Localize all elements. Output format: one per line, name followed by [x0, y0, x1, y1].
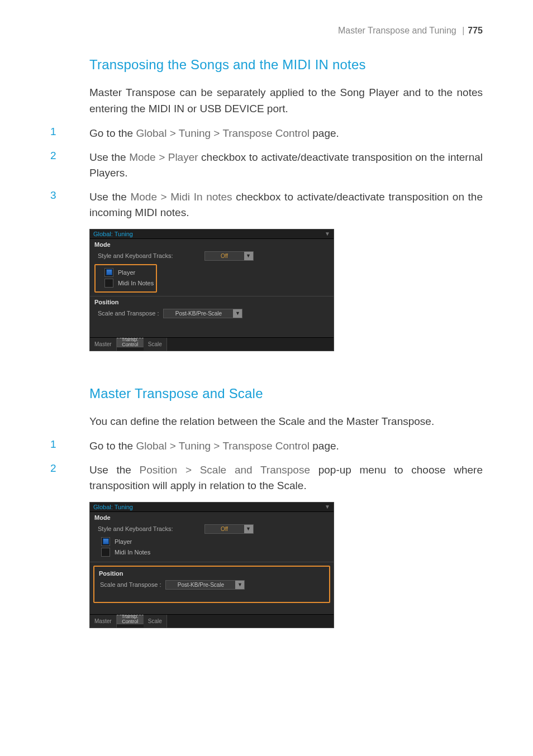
- mode-panel: Mode Style and Keyboard Tracks: Off ▼ Pl…: [90, 239, 334, 296]
- midi-checkbox-label: Midi In Notes: [118, 280, 154, 286]
- step-text: Use the Position > Scale and Transpose p…: [89, 462, 483, 494]
- mode-heading: Mode: [94, 514, 329, 521]
- position-highlight-box: Position Scale and Transpose : Post-KB/P…: [93, 566, 330, 603]
- mode-heading: Mode: [94, 241, 329, 248]
- mode-panel: Mode Style and Keyboard Tracks: Off ▼ Pl…: [90, 512, 334, 562]
- chevron-down-icon: ▼: [244, 525, 253, 533]
- skt-dropdown[interactable]: Off ▼: [204, 524, 254, 534]
- nav-path: Mode > Midi In notes: [130, 191, 232, 203]
- position-panel: Position Scale and Transpose : Post-KB/P…: [90, 296, 334, 337]
- midi-checkbox[interactable]: [104, 279, 113, 288]
- skt-value: Off: [205, 526, 244, 532]
- sat-dropdown[interactable]: Post-KB/Pre-Scale ▼: [163, 309, 242, 318]
- skt-row: Style and Keyboard Tracks: Off ▼: [98, 251, 329, 261]
- nav-path: Global > Tuning > Transpose Control: [136, 440, 310, 452]
- player-checkbox-row[interactable]: Player: [104, 268, 154, 277]
- skt-value: Off: [205, 253, 244, 259]
- intro-paragraph-2: You can define the relation between the …: [89, 414, 483, 430]
- step-pre: Use the: [89, 191, 130, 203]
- tab-transp-control[interactable]: Transp. Control: [117, 338, 144, 347]
- shot-tabs: Master Transp. Control Scale: [90, 614, 334, 628]
- tab-transp-label: Transp. Control: [122, 337, 139, 347]
- section-title-songs-midi: Transposing the Songs and the MIDI IN no…: [89, 57, 483, 73]
- tab-master[interactable]: Master: [90, 338, 117, 351]
- midi-checkbox-label: Midi In Notes: [115, 549, 150, 556]
- player-checkbox[interactable]: [101, 537, 110, 546]
- skt-label: Style and Keyboard Tracks:: [98, 252, 173, 259]
- step-3a: 3 Use the Mode > Midi In notes checkbox …: [50, 189, 483, 221]
- step-text: Go to the Global > Tuning > Transpose Co…: [89, 126, 483, 142]
- page-number: 775: [468, 26, 483, 35]
- step-number: 1: [50, 438, 89, 454]
- step-text: Go to the Global > Tuning > Transpose Co…: [89, 438, 483, 454]
- mode-highlight-box: Player Midi In Notes: [94, 264, 157, 293]
- chevron-down-icon: ▼: [244, 252, 253, 260]
- midi-checkbox-row[interactable]: Midi In Notes: [101, 548, 329, 557]
- tab-transp-control[interactable]: Transp. Control: [117, 615, 144, 624]
- player-checkbox-label: Player: [115, 538, 132, 545]
- nav-path: Position > Scale and Transpose: [140, 464, 310, 476]
- sat-value: Post-KB/Pre-Scale: [166, 582, 235, 588]
- skt-dropdown[interactable]: Off ▼: [204, 251, 254, 261]
- tab-master-label: Master: [94, 341, 112, 347]
- position-heading: Position: [94, 299, 329, 305]
- position-panel: Position Scale and Transpose : Post-KB/P…: [90, 562, 334, 614]
- step-2b: 2 Use the Position > Scale and Transpose…: [50, 462, 483, 494]
- shot-title-text: Global: Tuning: [93, 231, 133, 237]
- nav-path: Mode > Player: [129, 151, 198, 163]
- tab-master-label: Master: [94, 618, 112, 624]
- step-post: page.: [310, 127, 339, 139]
- skt-row: Style and Keyboard Tracks: Off ▼: [98, 524, 329, 534]
- sat-dropdown[interactable]: Post-KB/Pre-Scale ▼: [165, 580, 245, 590]
- step-text: Use the Mode > Player checkbox to activa…: [89, 150, 483, 181]
- screenshot-position-highlight: Global: Tuning ▼ Mode Style and Keyboard…: [89, 502, 334, 628]
- midi-checkbox-row[interactable]: Midi In Notes: [104, 279, 154, 288]
- step-number: 2: [50, 462, 89, 494]
- step-pre: Use the: [89, 151, 129, 163]
- screenshot-mode-highlight: Global: Tuning ▼ Mode Style and Keyboard…: [89, 229, 334, 351]
- skt-label: Style and Keyboard Tracks:: [98, 525, 173, 532]
- shot-tabs: Master Transp. Control Scale: [90, 337, 334, 351]
- tab-scale-label: Scale: [148, 341, 162, 347]
- position-heading: Position: [99, 570, 325, 577]
- step-1a: 1 Go to the Global > Tuning > Transpose …: [50, 126, 483, 142]
- tab-scale-label: Scale: [148, 618, 162, 624]
- sat-row: Scale and Transpose : Post-KB/Pre-Scale …: [98, 309, 329, 318]
- player-checkbox-row[interactable]: Player: [101, 537, 329, 546]
- shot-menu-icon[interactable]: ▼: [325, 504, 330, 510]
- header-separator: |: [462, 26, 464, 35]
- tab-scale[interactable]: Scale: [144, 338, 167, 351]
- chevron-down-icon: ▼: [235, 581, 244, 589]
- running-header: Master Transpose and Tuning |775: [50, 26, 483, 36]
- tab-transp-l2: Control: [122, 342, 139, 347]
- player-checkbox-label: Player: [118, 269, 135, 276]
- step-number: 2: [50, 150, 89, 181]
- shot-titlebar: Global: Tuning ▼: [90, 503, 334, 512]
- section-title-scale: Master Transpose and Scale: [89, 386, 483, 401]
- player-checkbox[interactable]: [104, 268, 113, 277]
- tab-transp-l2: Control: [122, 619, 139, 624]
- step-number: 3: [50, 189, 89, 221]
- tab-transp-label: Transp. Control: [122, 614, 139, 624]
- intro-paragraph-1: Master Transpose can be separately appli…: [89, 85, 483, 117]
- step-2a: 2 Use the Mode > Player checkbox to acti…: [50, 150, 483, 181]
- midi-checkbox[interactable]: [101, 548, 110, 557]
- header-section: Master Transpose and Tuning: [338, 26, 456, 35]
- step-post: page.: [310, 440, 339, 452]
- step-pre: Go to the: [89, 127, 136, 139]
- shot-titlebar: Global: Tuning ▼: [90, 229, 334, 239]
- chevron-down-icon: ▼: [233, 309, 242, 318]
- sat-label: Scale and Transpose :: [100, 581, 161, 588]
- sat-value: Post-KB/Pre-Scale: [164, 310, 233, 317]
- tab-master[interactable]: Master: [90, 615, 117, 628]
- step-1b: 1 Go to the Global > Tuning > Transpose …: [50, 438, 483, 454]
- step-pre: Go to the: [89, 440, 136, 452]
- sat-row: Scale and Transpose : Post-KB/Pre-Scale …: [100, 580, 325, 590]
- shot-title-text: Global: Tuning: [93, 504, 133, 510]
- step-text: Use the Mode > Midi In notes checkbox to…: [89, 189, 483, 221]
- step-pre: Use the: [89, 464, 140, 476]
- sat-label: Scale and Transpose :: [98, 310, 159, 317]
- tab-scale[interactable]: Scale: [144, 615, 167, 628]
- shot-menu-icon[interactable]: ▼: [325, 231, 330, 237]
- step-number: 1: [50, 126, 89, 142]
